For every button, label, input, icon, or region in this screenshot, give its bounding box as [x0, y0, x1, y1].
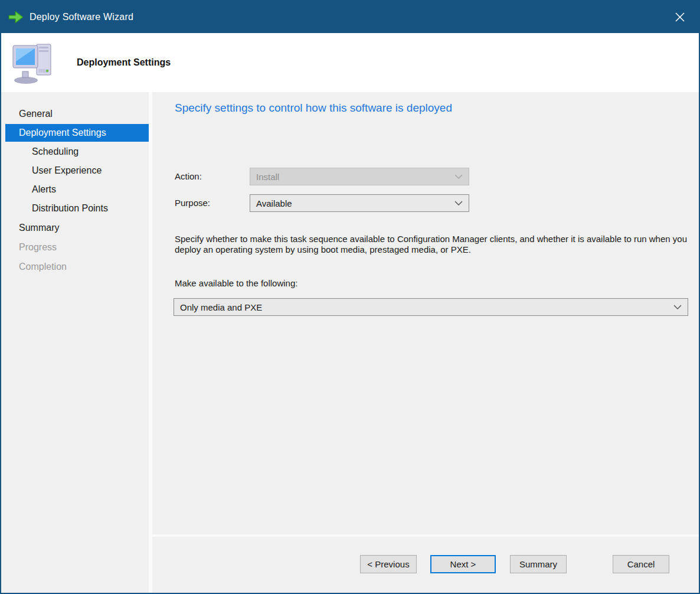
content-heading: Specify settings to control how this sof… [175, 102, 452, 115]
purpose-value: Available [256, 198, 292, 208]
purpose-label: Purpose: [175, 198, 210, 208]
sidebar-item-deployment-settings[interactable]: Deployment Settings [5, 124, 149, 142]
purpose-dropdown[interactable]: Available [250, 194, 469, 212]
action-value: Install [256, 172, 279, 182]
action-dropdown: Install [250, 168, 469, 185]
next-button[interactable]: Next > [430, 555, 496, 573]
wizard-steps-sidebar: General Deployment Settings Scheduling U… [1, 92, 149, 593]
wizard-header: Deployment Settings [1, 33, 699, 92]
footer-divider [152, 534, 699, 537]
main-content: Specify settings to control how this sof… [152, 92, 699, 593]
computer-icon [11, 41, 57, 84]
make-available-dropdown[interactable]: Only media and PXE [174, 298, 688, 316]
sidebar-item-summary[interactable]: Summary [1, 219, 149, 237]
make-available-label: Make available to the following: [175, 278, 297, 288]
action-label: Action: [175, 171, 202, 181]
summary-button[interactable]: Summary [510, 555, 567, 573]
sidebar-item-scheduling[interactable]: Scheduling [1, 143, 149, 161]
sidebar-item-progress: Progress [1, 239, 149, 256]
previous-button[interactable]: < Previous [360, 555, 417, 573]
deploy-software-wizard-dialog: Deploy Software Wizard Deploym [0, 0, 700, 594]
chevron-down-icon [454, 201, 463, 205]
chevron-down-icon [454, 174, 463, 179]
cancel-button[interactable]: Cancel [613, 555, 669, 573]
close-icon[interactable] [668, 5, 692, 29]
sidebar-item-general[interactable]: General [1, 105, 149, 123]
sidebar-item-distribution-points[interactable]: Distribution Points [1, 200, 149, 217]
sidebar-item-alerts[interactable]: Alerts [1, 181, 149, 198]
title-bar: Deploy Software Wizard [1, 1, 699, 33]
green-arrow-icon [8, 9, 24, 25]
chevron-down-icon [673, 305, 682, 309]
page-title: Deployment Settings [77, 57, 171, 68]
make-available-value: Only media and PXE [180, 302, 262, 312]
window-title: Deploy Software Wizard [30, 12, 133, 22]
availability-description: Specify whether to make this task sequen… [175, 234, 697, 255]
sidebar-item-completion: Completion [1, 258, 149, 276]
sidebar-item-user-experience[interactable]: User Experience [1, 162, 149, 179]
